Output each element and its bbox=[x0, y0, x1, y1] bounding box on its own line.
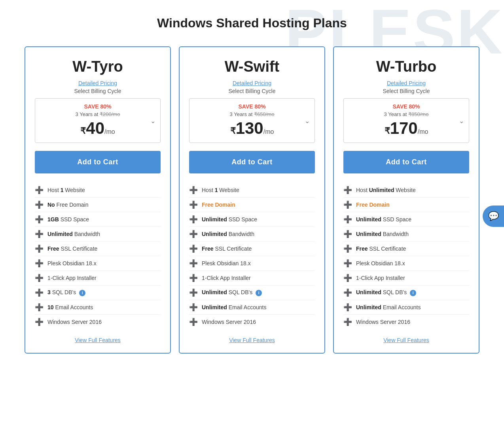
plans-container: W-TyroDetailed PricingSelect Billing Cyc… bbox=[15, 46, 489, 354]
plan-card-w-tyro: W-TyroDetailed PricingSelect Billing Cyc… bbox=[25, 46, 171, 354]
page-title: Windows Shared Hosting Plans bbox=[8, 16, 496, 30]
feature-item-w-swift-3: ➕Unlimited Bandwidth bbox=[189, 227, 315, 242]
feature-item-w-turbo-0: ➕Host Unlimited Website bbox=[343, 183, 469, 198]
chat-bubble[interactable]: 💬 bbox=[483, 206, 504, 227]
plan-name-w-tyro: W-Tyro bbox=[72, 58, 123, 75]
plan-name-w-swift: W-Swift bbox=[225, 58, 280, 75]
add-to-cart-button-w-tyro[interactable]: Add to Cart bbox=[35, 151, 161, 173]
dropdown-arrow-w-turbo[interactable]: ⌄ bbox=[459, 117, 464, 124]
feature-icon-w-turbo-8: ➕ bbox=[343, 303, 352, 312]
info-icon-w-turbo-7[interactable]: i bbox=[410, 290, 416, 296]
feature-item-w-tyro-6: ➕1-Click App Installer bbox=[35, 271, 161, 285]
pricing-box-w-turbo[interactable]: SAVE 80%3 Years at ₹850/mo₹170/mo⌄ bbox=[343, 98, 469, 143]
feature-text-w-tyro-1: No Free Domain bbox=[47, 202, 88, 208]
price-display-w-swift: ₹130/mo bbox=[196, 119, 308, 138]
price-currency-w-swift: ₹ bbox=[230, 126, 236, 136]
feature-text-w-tyro-4: Free SSL Certificate bbox=[47, 245, 97, 252]
feature-item-w-swift-4: ➕Free SSL Certificate bbox=[189, 242, 315, 256]
view-full-features-link-w-turbo[interactable]: View Full Features bbox=[383, 337, 429, 343]
price-display-w-turbo: ₹170/mo bbox=[350, 119, 462, 138]
feature-text-w-tyro-0: Host 1 Website bbox=[47, 187, 85, 193]
feature-icon-w-tyro-8: ➕ bbox=[35, 303, 44, 312]
feature-item-w-turbo-9: ➕Windows Server 2016 bbox=[343, 315, 469, 329]
feature-icon-w-turbo-0: ➕ bbox=[343, 186, 352, 194]
feature-item-w-swift-6: ➕1-Click App Installer bbox=[189, 271, 315, 285]
feature-icon-w-swift-7: ➕ bbox=[189, 288, 198, 297]
feature-text-w-tyro-2: 1GB SSD Space bbox=[47, 216, 89, 223]
pricing-box-w-swift[interactable]: SAVE 80%3 Years at ₹650/mo₹130/mo⌄ bbox=[189, 98, 315, 143]
feature-icon-w-turbo-2: ➕ bbox=[343, 215, 352, 224]
features-list-w-swift: ➕Host 1 Website➕Free Domain➕Unlimited SS… bbox=[189, 183, 315, 329]
dropdown-arrow-w-tyro[interactable]: ⌄ bbox=[150, 117, 155, 124]
info-icon-w-tyro-7[interactable]: i bbox=[79, 290, 85, 296]
feature-icon-w-tyro-9: ➕ bbox=[35, 318, 44, 326]
feature-icon-w-swift-4: ➕ bbox=[189, 244, 198, 253]
feature-text-w-turbo-2: Unlimited SSD Space bbox=[356, 216, 411, 223]
save-label-w-turbo: SAVE 80% bbox=[350, 103, 462, 110]
feature-item-w-tyro-4: ➕Free SSL Certificate bbox=[35, 242, 161, 256]
billing-cycle-label-w-swift: Select Billing Cycle bbox=[228, 88, 275, 94]
feature-text-w-turbo-4: Free SSL Certificate bbox=[356, 245, 406, 252]
feature-item-w-turbo-6: ➕1-Click App Installer bbox=[343, 271, 469, 285]
feature-item-w-swift-1: ➕Free Domain bbox=[189, 198, 315, 212]
feature-text-w-turbo-5: Plesk Obsidian 18.x bbox=[356, 260, 405, 266]
price-currency-w-turbo: ₹ bbox=[385, 126, 390, 136]
feature-item-w-tyro-9: ➕Windows Server 2016 bbox=[35, 315, 161, 329]
feature-item-w-tyro-3: ➕Unlimited Bandwidth bbox=[35, 227, 161, 242]
years-label-w-turbo: 3 Years at ₹850/mo bbox=[350, 111, 462, 117]
feature-icon-w-tyro-1: ➕ bbox=[35, 200, 44, 209]
plan-card-w-swift: W-SwiftDetailed PricingSelect Billing Cy… bbox=[179, 46, 325, 354]
feature-icon-w-turbo-5: ➕ bbox=[343, 259, 352, 268]
info-icon-w-swift-7[interactable]: i bbox=[256, 290, 262, 296]
feature-text-w-turbo-0: Host Unlimited Website bbox=[356, 187, 416, 193]
feature-text-w-tyro-7: 3 SQL DB's i bbox=[47, 289, 85, 296]
add-to-cart-button-w-turbo[interactable]: Add to Cart bbox=[343, 151, 469, 173]
feature-icon-w-tyro-0: ➕ bbox=[35, 186, 44, 194]
feature-icon-w-turbo-6: ➕ bbox=[343, 274, 352, 282]
save-label-w-tyro: SAVE 80% bbox=[42, 103, 154, 110]
feature-icon-w-swift-8: ➕ bbox=[189, 303, 198, 312]
feature-icon-w-tyro-4: ➕ bbox=[35, 244, 44, 253]
feature-item-w-turbo-3: ➕Unlimited Bandwidth bbox=[343, 227, 469, 242]
feature-icon-w-tyro-5: ➕ bbox=[35, 259, 44, 268]
feature-item-w-tyro-0: ➕Host 1 Website bbox=[35, 183, 161, 198]
feature-text-w-turbo-7: Unlimited SQL DB's i bbox=[356, 289, 416, 296]
price-per-w-swift: /mo bbox=[263, 128, 274, 135]
plan-name-w-turbo: W-Turbo bbox=[376, 58, 437, 75]
feature-item-w-swift-8: ➕Unlimited Email Accounts bbox=[189, 300, 315, 315]
feature-text-w-swift-1: Free Domain bbox=[202, 202, 235, 208]
feature-text-w-swift-9: Windows Server 2016 bbox=[202, 319, 256, 325]
price-display-w-tyro: ₹40/mo bbox=[42, 119, 154, 138]
feature-icon-w-turbo-1: ➕ bbox=[343, 200, 352, 209]
feature-text-w-tyro-5: Plesk Obsidian 18.x bbox=[47, 260, 97, 266]
features-list-w-tyro: ➕Host 1 Website➕No Free Domain➕1GB SSD S… bbox=[35, 183, 161, 329]
feature-text-w-turbo-3: Unlimited Bandwidth bbox=[356, 231, 409, 237]
detailed-pricing-link-w-turbo[interactable]: Detailed Pricing bbox=[387, 80, 426, 86]
feature-icon-w-turbo-7: ➕ bbox=[343, 288, 352, 297]
feature-icon-w-tyro-3: ➕ bbox=[35, 230, 44, 238]
view-full-features-link-w-tyro[interactable]: View Full Features bbox=[75, 337, 121, 343]
dropdown-arrow-w-swift[interactable]: ⌄ bbox=[305, 117, 310, 124]
feature-text-w-swift-5: Plesk Obsidian 18.x bbox=[202, 260, 251, 266]
add-to-cart-button-w-swift[interactable]: Add to Cart bbox=[189, 151, 315, 173]
feature-icon-w-swift-6: ➕ bbox=[189, 274, 198, 282]
price-amount-w-turbo: 170 bbox=[390, 119, 418, 138]
feature-text-w-swift-2: Unlimited SSD Space bbox=[202, 216, 257, 223]
feature-text-w-turbo-6: 1-Click App Installer bbox=[356, 275, 405, 281]
feature-text-w-swift-3: Unlimited Bandwidth bbox=[202, 231, 254, 237]
years-label-w-tyro: 3 Years at ₹200/mo bbox=[42, 111, 154, 117]
feature-icon-w-swift-2: ➕ bbox=[189, 215, 198, 224]
feature-item-w-turbo-7: ➕Unlimited SQL DB's i bbox=[343, 285, 469, 300]
pricing-box-w-tyro[interactable]: SAVE 80%3 Years at ₹200/mo₹40/mo⌄ bbox=[35, 98, 161, 143]
price-per-w-turbo: /mo bbox=[418, 128, 428, 135]
years-label-w-swift: 3 Years at ₹650/mo bbox=[196, 111, 308, 117]
feature-icon-w-tyro-7: ➕ bbox=[35, 288, 44, 297]
view-full-features-link-w-swift[interactable]: View Full Features bbox=[229, 337, 275, 343]
feature-item-w-tyro-1: ➕No Free Domain bbox=[35, 198, 161, 212]
feature-item-w-turbo-4: ➕Free SSL Certificate bbox=[343, 242, 469, 256]
detailed-pricing-link-w-swift[interactable]: Detailed Pricing bbox=[233, 80, 271, 86]
feature-text-w-swift-6: 1-Click App Installer bbox=[202, 275, 251, 281]
feature-icon-w-swift-5: ➕ bbox=[189, 259, 198, 268]
detailed-pricing-link-w-tyro[interactable]: Detailed Pricing bbox=[78, 80, 117, 86]
feature-item-w-swift-5: ➕Plesk Obsidian 18.x bbox=[189, 256, 315, 271]
